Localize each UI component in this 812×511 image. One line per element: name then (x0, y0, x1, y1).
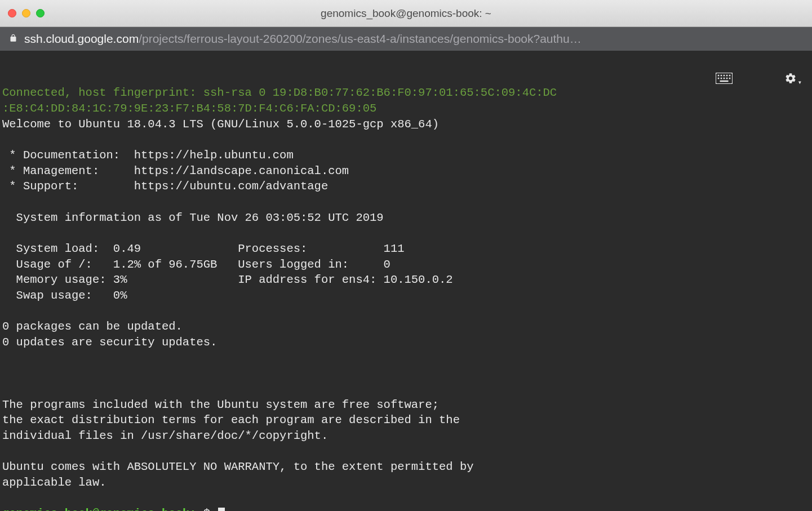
svg-rect-3 (724, 74, 725, 76)
prompt-path: ~ (196, 507, 203, 511)
warranty-line-1: Ubuntu comes with ABSOLUTELY NO WARRANTY… (2, 460, 474, 473)
legal-line-2: the exact distribution terms for each pr… (2, 414, 460, 426)
chevron-down-icon: ▾ (798, 79, 802, 87)
window-title: genomics_book@genomics-book: ~ (321, 7, 491, 20)
management-line: * Management: https://landscape.canonica… (2, 165, 349, 177)
prompt-symbol: $ (203, 507, 218, 511)
browser-addressbar[interactable]: ssh.cloud.google.com/projects/ferrous-la… (0, 27, 812, 51)
warranty-line-2: applicable law. (2, 476, 107, 489)
lock-icon (9, 33, 17, 45)
terminal-pane[interactable]: ▾ Connected, host fingerprint: ssh-rsa 0… (0, 51, 812, 511)
svg-rect-10 (729, 77, 731, 79)
ssh-fingerprint-line1: Connected, host fingerprint: ssh-rsa 0 1… (2, 86, 557, 99)
welcome-line: Welcome to Ubuntu 18.04.3 LTS (GNU/Linux… (2, 118, 439, 131)
svg-rect-9 (726, 77, 728, 79)
svg-rect-5 (729, 74, 731, 76)
url-path: /projects/ferrous-layout-260200/zones/us… (139, 32, 582, 45)
sysinfo-header: System information as of Tue Nov 26 03:0… (2, 211, 384, 224)
support-line: * Support: https://ubuntu.com/advantage (2, 180, 328, 193)
stats-line-4: Swap usage: 0% (2, 289, 127, 302)
terminal-cursor[interactable] (218, 508, 225, 511)
traffic-lights (8, 9, 45, 17)
legal-line-1: The programs included with the Ubuntu sy… (2, 398, 439, 411)
packages-line-2: 0 updates are security updates. (2, 336, 217, 349)
stats-line-3: Memory usage: 3% IP address for ens4: 10… (2, 273, 453, 286)
prompt-separator: : (189, 507, 196, 511)
window-titlebar: genomics_book@genomics-book: ~ (0, 0, 812, 27)
minimize-window-button[interactable] (22, 9, 30, 17)
maximize-window-button[interactable] (36, 9, 45, 17)
prompt-user-host: genomics_book@genomics-book (2, 507, 189, 511)
packages-line-1: 0 packages can be updated. (2, 320, 183, 333)
stats-line-1: System load: 0.49 Processes: 111 (2, 242, 405, 255)
svg-rect-11 (720, 80, 728, 82)
close-window-button[interactable] (8, 9, 16, 17)
url-host: ssh.cloud.google.com (24, 32, 139, 45)
documentation-line: * Documentation: https://help.ubuntu.com (2, 149, 294, 162)
ssh-fingerprint-line2: :E8:C4:DD:84:1C:79:9E:23:F7:B4:58:7D:F4:… (2, 102, 376, 115)
svg-rect-8 (724, 77, 725, 79)
svg-rect-2 (721, 74, 722, 76)
svg-rect-1 (718, 74, 720, 76)
svg-rect-7 (721, 77, 722, 79)
legal-line-3: individual files in /usr/share/doc/*/cop… (2, 429, 328, 442)
terminal-toolbar: ▾ (674, 56, 802, 105)
stats-line-2: Usage of /: 1.2% of 96.75GB Users logged… (2, 258, 391, 271)
url-text: ssh.cloud.google.com/projects/ferrous-la… (24, 32, 803, 46)
svg-rect-4 (726, 74, 728, 76)
svg-rect-6 (718, 77, 720, 79)
gear-icon[interactable]: ▾ (743, 56, 802, 105)
keyboard-icon[interactable] (674, 57, 733, 104)
